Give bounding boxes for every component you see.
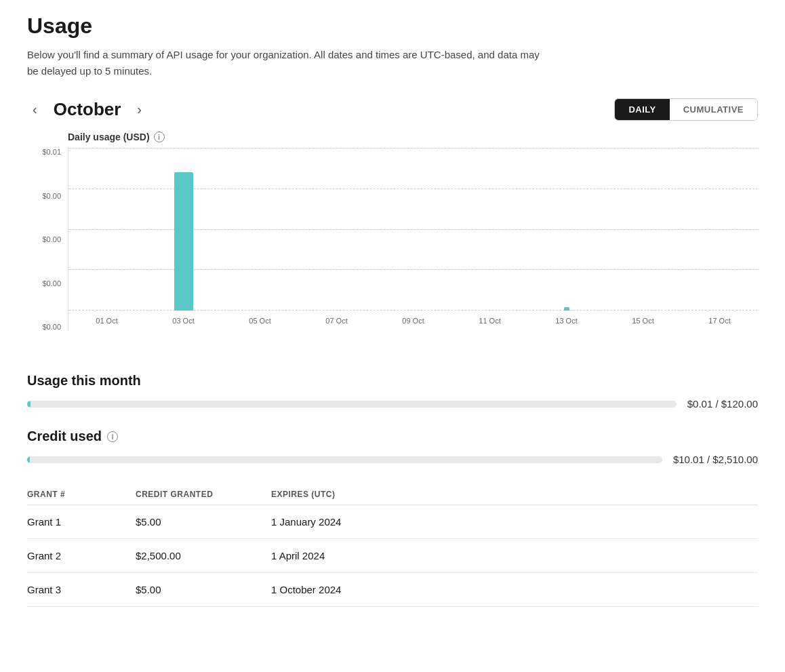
grant-1-name: Grant 1: [27, 516, 136, 528]
chart-section: ‹ October › DAILY CUMULATIVE Daily usage…: [27, 98, 758, 351]
col-header-grant: GRANT #: [27, 490, 136, 499]
chart-title: Daily usage (USD): [68, 132, 150, 142]
bar-group-17oct: [681, 148, 758, 311]
x-label-07oct: 07 Oct: [298, 317, 375, 325]
y-label-3: $0.00: [42, 235, 61, 243]
usage-progress-bar-wrap: [27, 401, 677, 408]
y-axis: $0.01 $0.00 $0.00 $0.00 $0.00: [27, 148, 66, 331]
y-label-4: $0.00: [42, 279, 61, 288]
bar-group-07oct: [298, 148, 375, 311]
credit-progress-value: $10.01 / $2,510.00: [673, 454, 758, 465]
month-label: October: [54, 99, 121, 120]
bar-group-01oct: [68, 148, 145, 311]
grant-2-expires: 1 April 2024: [271, 550, 758, 561]
view-toggle-group: DAILY CUMULATIVE: [614, 98, 758, 121]
chart-header: ‹ October › DAILY CUMULATIVE: [27, 98, 758, 121]
usage-progress-value: $0.01 / $120.00: [687, 398, 758, 410]
grants-table: GRANT # CREDIT GRANTED EXPIRES (UTC) Gra…: [27, 484, 758, 607]
credit-progress-row: $10.01 / $2,510.00: [27, 454, 758, 465]
bar-group-13oct: [528, 148, 605, 311]
grant-3-expires: 1 October 2024: [271, 584, 758, 595]
usage-this-month-section: Usage this month $0.01 / $120.00: [27, 373, 758, 410]
x-label-17oct: 17 Oct: [681, 317, 758, 325]
page-title: Usage: [27, 14, 758, 39]
x-label-03oct: 03 Oct: [145, 317, 222, 325]
col-header-credit: CREDIT GRANTED: [136, 490, 271, 499]
bars-area: [68, 148, 758, 311]
grant-1-expires: 1 January 2024: [271, 516, 758, 528]
bar-group-05oct: [222, 148, 298, 311]
chart-info-icon[interactable]: i: [154, 132, 165, 142]
x-label-05oct: 05 Oct: [222, 317, 298, 325]
usage-this-month-title: Usage this month: [27, 373, 758, 389]
x-label-13oct: 13 Oct: [528, 317, 605, 325]
bar-group-15oct: [605, 148, 681, 311]
grant-2-name: Grant 2: [27, 550, 136, 561]
bar-group-09oct: [375, 148, 451, 311]
table-row: Grant 2 $2,500.00 1 April 2024: [27, 539, 758, 573]
chart-container: $0.01 $0.00 $0.00 $0.00 $0.00: [27, 148, 758, 351]
month-nav: ‹ October ›: [27, 99, 147, 120]
daily-toggle-button[interactable]: DAILY: [615, 99, 669, 120]
table-header: GRANT # CREDIT GRANTED EXPIRES (UTC): [27, 484, 758, 505]
table-row: Grant 1 $5.00 1 January 2024: [27, 505, 758, 539]
x-label-01oct: 01 Oct: [68, 317, 145, 325]
bar-03oct: [174, 172, 193, 311]
page-subtitle: Below you'll find a summary of API usage…: [27, 47, 542, 79]
col-header-expires: EXPIRES (UTC): [271, 490, 758, 499]
grant-3-name: Grant 3: [27, 584, 136, 595]
x-label-09oct: 09 Oct: [375, 317, 451, 325]
usage-progress-bar-fill: [27, 401, 31, 408]
grant-3-amount: $5.00: [136, 584, 271, 595]
x-label-15oct: 15 Oct: [605, 317, 681, 325]
table-row: Grant 3 $5.00 1 October 2024: [27, 573, 758, 607]
grant-1-amount: $5.00: [136, 516, 271, 528]
credit-used-section: Credit used i $10.01 / $2,510.00 GRANT #…: [27, 429, 758, 607]
chart-inner: 01 Oct 03 Oct 05 Oct 07 Oct 09 Oct 11 Oc…: [68, 148, 758, 331]
prev-month-button[interactable]: ‹: [27, 99, 43, 120]
credit-used-title-text: Credit used: [27, 429, 102, 444]
y-label-5: $0.00: [42, 323, 61, 331]
credit-used-title: Credit used i: [27, 429, 758, 444]
credit-progress-bar-wrap: [27, 456, 662, 463]
cumulative-toggle-button[interactable]: CUMULATIVE: [670, 99, 757, 120]
bar-group-11oct: [451, 148, 528, 311]
x-labels: 01 Oct 03 Oct 05 Oct 07 Oct 09 Oct 11 Oc…: [68, 311, 758, 331]
grant-2-amount: $2,500.00: [136, 550, 271, 561]
next-month-button[interactable]: ›: [132, 99, 147, 120]
credit-info-icon[interactable]: i: [107, 431, 118, 442]
chart-label-row: Daily usage (USD) i: [27, 132, 758, 142]
y-label-1: $0.01: [42, 148, 61, 156]
usage-progress-row: $0.01 / $120.00: [27, 398, 758, 410]
y-label-2: $0.00: [42, 192, 61, 200]
credit-progress-bar-fill: [27, 456, 30, 463]
x-label-11oct: 11 Oct: [451, 317, 528, 325]
bar-group-03oct: [145, 148, 222, 311]
